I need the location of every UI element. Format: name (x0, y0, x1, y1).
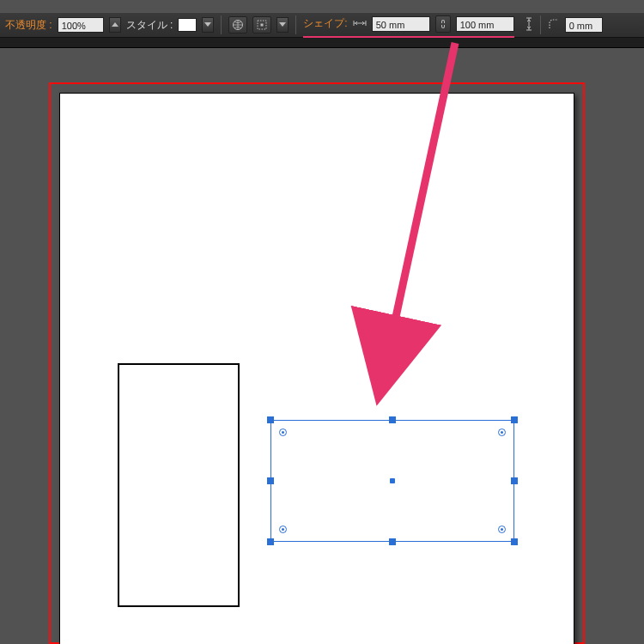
corner-radius-field[interactable]: 0 mm (565, 17, 603, 33)
svg-rect-4 (261, 24, 264, 27)
style-dropdown[interactable] (202, 17, 214, 33)
handle-nw[interactable] (267, 416, 274, 423)
separator (540, 15, 541, 34)
shape-section: シェイプ: 50 mm 100 mm (303, 15, 513, 35)
rectangle-shape[interactable] (118, 363, 240, 607)
handle-sw[interactable] (267, 538, 274, 545)
handle-s[interactable] (389, 538, 396, 545)
svg-marker-1 (204, 22, 211, 27)
corner-anchor-sw[interactable] (279, 526, 287, 533)
handle-n[interactable] (389, 416, 396, 423)
transform-dropdown[interactable] (276, 17, 289, 33)
corner-anchor-se[interactable] (498, 526, 506, 533)
width-icon (353, 19, 367, 29)
corner-anchor-nw[interactable] (279, 428, 287, 436)
handle-se[interactable] (511, 538, 518, 545)
handle-ne[interactable] (511, 416, 518, 423)
corner-anchor-ne[interactable] (498, 428, 506, 436)
shape-width-field[interactable]: 50 mm (372, 16, 430, 32)
style-swatch[interactable] (178, 18, 197, 32)
center-point (390, 478, 395, 483)
link-icon[interactable] (435, 15, 451, 33)
selected-rectangle[interactable] (270, 420, 514, 542)
separator (221, 15, 222, 34)
opacity-stepper[interactable] (109, 17, 121, 33)
opacity-label: 不透明度 : (5, 18, 52, 33)
style-label: スタイル : (126, 18, 173, 33)
handle-w[interactable] (267, 477, 274, 484)
handle-e[interactable] (511, 477, 518, 484)
svg-marker-5 (279, 22, 286, 27)
height-icon (525, 17, 533, 33)
options-toolbar: 不透明度 : 100% スタイル : シェイプ: 50 mm (0, 12, 644, 38)
toolbar-shadow (0, 38, 644, 48)
canvas-area[interactable] (0, 48, 644, 644)
corner-radius-icon (548, 18, 560, 32)
svg-marker-0 (112, 22, 118, 27)
transform-icon[interactable] (252, 16, 271, 33)
opacity-field[interactable]: 100% (58, 17, 104, 33)
separator (295, 15, 296, 34)
shape-height-field[interactable]: 100 mm (456, 16, 514, 32)
globe-icon[interactable] (228, 16, 247, 33)
shape-label: シェイプ: (303, 16, 347, 31)
